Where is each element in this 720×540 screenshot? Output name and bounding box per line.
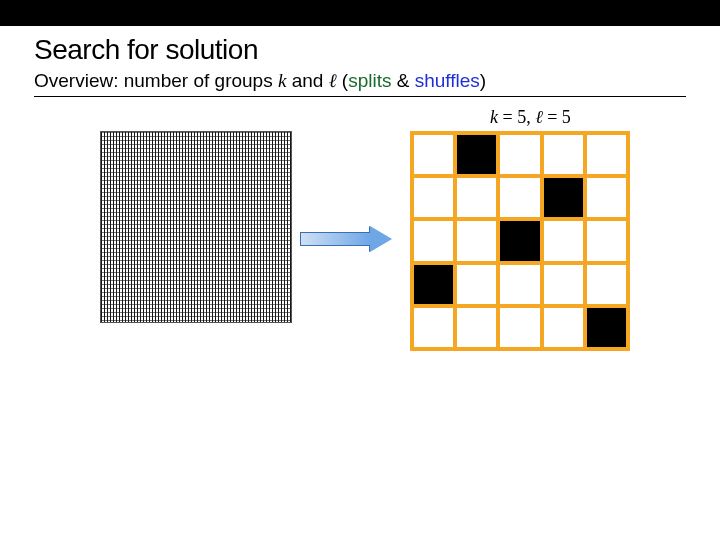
permutation-grid	[410, 131, 630, 351]
grid-cell-empty	[500, 135, 539, 174]
transform-arrow	[300, 226, 392, 252]
grid-cell-empty	[414, 308, 453, 347]
grid-cell-empty	[500, 178, 539, 217]
grid-cell-filled	[414, 265, 453, 304]
title-divider	[34, 96, 686, 97]
label-k: k	[490, 107, 498, 127]
window-top-bar	[0, 0, 720, 26]
slide-title: Search for solution	[0, 26, 720, 66]
grid-cell-filled	[544, 178, 583, 217]
grid-cell-empty	[544, 221, 583, 260]
dense-matrix-image	[100, 131, 292, 323]
grid-cell-filled	[457, 135, 496, 174]
label-eq1: = 5,	[498, 107, 535, 127]
grid-cell-empty	[414, 135, 453, 174]
subtitle-splits: splits	[348, 70, 391, 91]
grid-cell-empty	[414, 178, 453, 217]
label-eq2: = 5	[543, 107, 571, 127]
grid-cell-empty	[457, 308, 496, 347]
subtitle-shuffles: shuffles	[415, 70, 480, 91]
grid-cell-empty	[457, 265, 496, 304]
subtitle-open: (	[337, 70, 349, 91]
grid-cell-empty	[544, 135, 583, 174]
grid-params-label: k = 5, ℓ = 5	[490, 107, 571, 128]
grid-cell-empty	[587, 135, 626, 174]
grid-cell-empty	[500, 308, 539, 347]
arrow-head-icon	[370, 226, 392, 252]
grid-cell-filled	[500, 221, 539, 260]
grid-cell-empty	[500, 265, 539, 304]
subtitle-close: )	[480, 70, 486, 91]
grid-cell-filled	[587, 308, 626, 347]
slide-subtitle: Overview: number of groups k and ℓ (spli…	[0, 66, 720, 92]
subtitle-prefix: Overview: number of groups	[34, 70, 278, 91]
grid-cell-empty	[587, 265, 626, 304]
subtitle-amp: &	[391, 70, 414, 91]
grid-cell-empty	[587, 221, 626, 260]
noise-pattern	[101, 132, 291, 322]
grid-cell-empty	[587, 178, 626, 217]
grid-cell-empty	[544, 265, 583, 304]
arrow-shaft	[300, 232, 372, 246]
label-l: ℓ	[535, 107, 543, 127]
subtitle-mid: and	[286, 70, 328, 91]
grid-cell-empty	[457, 178, 496, 217]
var-l: ℓ	[329, 70, 337, 91]
grid-cell-empty	[457, 221, 496, 260]
grid-cell-empty	[544, 308, 583, 347]
grid-cell-empty	[414, 221, 453, 260]
